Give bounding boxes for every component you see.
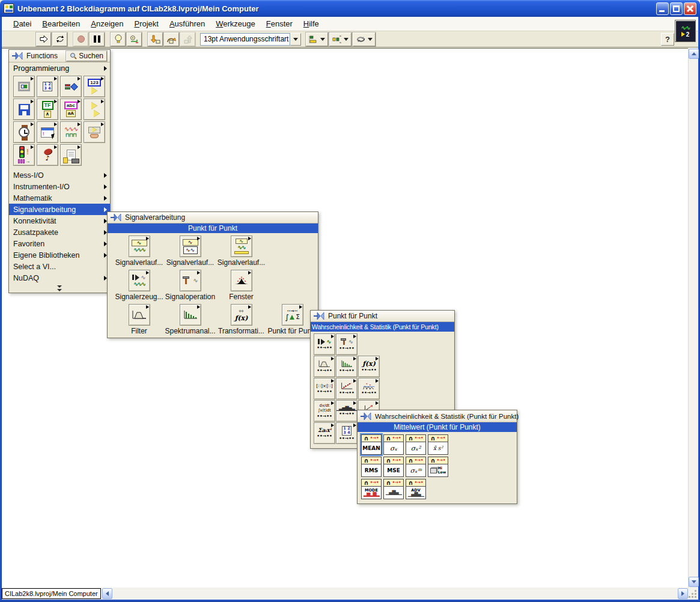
category-favoriten[interactable]: Favoriten (9, 238, 110, 249)
category-mathematik[interactable]: Mathematik (9, 192, 110, 204)
palette-icon-signal-generation[interactable]: ∿∿∿∿ (129, 270, 150, 291)
palette-icon-waveform[interactable]: ∿∿∿⊓⊓⊓ (60, 121, 82, 143)
palette-icon-string[interactable]: abcaA (60, 99, 82, 120)
palette-icon-point-by-point[interactable]: ··→··∫Σ (282, 304, 303, 326)
highlight-execution-button[interactable] (111, 32, 126, 46)
selected-subpalette-bar[interactable]: Mittelwert (Punkt für Punkt) (358, 422, 517, 432)
minimize-button[interactable] (656, 2, 669, 15)
scroll-right-button[interactable] (678, 588, 688, 599)
category-nudaq[interactable]: NuDAQ (9, 272, 110, 284)
category-eigene-bibliotheken[interactable]: Eigene Bibliotheken (9, 249, 110, 261)
abort-execution-button[interactable] (73, 32, 88, 46)
palette-icon-structures[interactable] (13, 76, 35, 97)
vi-sigma-x-squared[interactable]: ∩•→•σₓ² (406, 434, 426, 455)
vi-histogram[interactable]: ∩•→•▁▄▇▄▁ (383, 479, 404, 499)
run-continuously-button[interactable] (52, 32, 67, 46)
signalverarbeitung-palette-header[interactable]: Signalverarbeitung (108, 212, 318, 223)
scroll-up-button[interactable] (689, 49, 699, 59)
expand-palette-chevron[interactable] (9, 284, 110, 293)
vi-adv[interactable]: ∩•→•ADV▁▄▇▄▁ (406, 479, 426, 499)
palette-icon-waveform-measurements[interactable]: ∿∿∿ (231, 236, 252, 257)
distribute-objects-dropdown[interactable] (329, 32, 352, 46)
category-mess-io[interactable]: Mess-I/O (9, 169, 110, 181)
scroll-left-button[interactable] (102, 588, 112, 599)
palette-icon-array[interactable]: 1 23 4 (37, 76, 58, 97)
align-objects-dropdown[interactable] (306, 32, 328, 46)
scroll-down-button[interactable] (689, 577, 699, 587)
pause-button[interactable] (90, 32, 105, 46)
vi-sigma-x[interactable]: ∩•→•σₓ (383, 434, 404, 455)
menu-bearbeiten[interactable]: Bearbeiten (37, 17, 85, 30)
close-button[interactable] (684, 2, 696, 15)
palette-icon-signal-generation-ptbypt[interactable]: ∿••→•• (314, 333, 335, 355)
category-instrumenten-io[interactable]: Instrumenten-I/O (9, 181, 110, 192)
retain-wire-values-button[interactable] (127, 32, 142, 46)
palette-icon-signal-operation[interactable]: ∿ (180, 270, 201, 291)
palette-icon-waveform-generation[interactable]: ∿∿∿∿ (129, 236, 150, 257)
palette-icon-boolean[interactable]: TF∧ (37, 99, 58, 120)
pin-icon[interactable] (12, 52, 23, 59)
category-programmierung[interactable]: Programmierung (9, 62, 110, 74)
vi-hi-low[interactable]: ∩•→•HiLow (428, 457, 448, 477)
palette-icon-polynomial-ptbypt[interactable]: Σaᵢxⁱ••→•• (314, 422, 335, 444)
menu-anzeigen[interactable]: Anzeigen (85, 17, 129, 30)
selected-subpalette-bar[interactable]: Punkt für Punkt (108, 223, 318, 233)
menu-datei[interactable]: Datei (8, 17, 37, 30)
statistik-palette-header[interactable]: Wahrscheinlichkeit & Statistik (Punkt fü… (358, 410, 517, 422)
palette-icon-spectral-analysis-ptbypt[interactable]: ••→•• (336, 356, 358, 377)
vi-sigma-x-m[interactable]: ∩•→•σₓᵐ (406, 457, 426, 477)
step-into-button[interactable] (148, 32, 163, 46)
vi-icon[interactable]: ∿∿ 2 (675, 20, 696, 42)
menu-ausfuehren[interactable]: Ausführen (164, 17, 210, 30)
resize-grip[interactable] (688, 588, 698, 600)
palette-icon-spectral-analysis[interactable] (180, 304, 201, 326)
palette-icon-array-functions-ptbypt[interactable]: 1 23 4••→•• (336, 422, 358, 444)
font-selector-dropdown[interactable] (290, 33, 301, 46)
category-signalverarbeitung[interactable]: Signalverarbeitung (9, 204, 110, 215)
menu-werkzeuge[interactable]: Werkzeuge (210, 17, 261, 30)
vi-mode[interactable]: ∩•→•MODE▂▆▂▇▂ (361, 479, 382, 499)
palette-icon-signal-operation-ptbypt[interactable]: ∿••→•• (336, 333, 358, 355)
palette-icon-transforms-ptbypt[interactable]: ƒ(x)••→•• (358, 356, 380, 377)
maximize-button[interactable] (670, 2, 683, 15)
reorder-objects-dropdown[interactable] (353, 32, 376, 46)
palette-icon-filters-ptbypt[interactable]: ••→•• (314, 356, 335, 377)
palette-icon-timing[interactable] (13, 121, 35, 143)
pin-icon[interactable] (111, 214, 122, 221)
titlebar[interactable]: Unbenannt 2 Blockdiagramm auf CILab2k8.l… (0, 0, 700, 17)
vi-rms[interactable]: ∩•→•RMS (361, 457, 382, 477)
selected-subpalette-bar[interactable]: Wahrscheinlichkeit & Statistik (Punkt fü… (311, 322, 454, 332)
palette-icon-cluster-class-variant[interactable] (60, 76, 82, 97)
functions-palette-header[interactable]: Functions Suchen (9, 50, 110, 62)
step-out-button[interactable] (180, 32, 195, 46)
palette-icon-windows[interactable] (231, 270, 252, 291)
palette-icon-comparison[interactable] (84, 99, 105, 120)
menu-projekt[interactable]: Projekt (129, 17, 163, 30)
category-select-a-vi[interactable]: Select a VI... (9, 261, 110, 272)
context-help-button[interactable]: ? (661, 33, 674, 46)
palette-icon-numeric[interactable]: 123 (84, 76, 105, 97)
palette-icon-dialog-user-interface[interactable]: ! (37, 121, 58, 143)
palette-icon-probability-statistics-ptbypt[interactable]: ▁▃▅▇▅▃▁••→•• (336, 400, 358, 422)
palette-icon-fitting-ptbypt[interactable]: ••→•• (336, 378, 358, 400)
palette-icon-linear-algebra-ptbypt[interactable]: [∷]×[∷]••→•• (314, 378, 335, 400)
font-selector[interactable]: 13pt Anwendungsschriftart (200, 33, 290, 46)
category-zusatzpakete[interactable]: Zusatzpakete (9, 227, 110, 238)
palette-icon-transforms[interactable]: ↔ƒ(x) (231, 304, 252, 326)
category-konnektivitaet[interactable]: Konnektivität (9, 215, 110, 227)
punkt-fuer-punkt-palette-header[interactable]: Punkt für Punkt (311, 311, 454, 322)
menu-hilfe[interactable]: Hilfe (298, 17, 324, 30)
palette-icon-waveform-conditioning[interactable]: ∿∿∿ (180, 236, 201, 257)
palette-icon-calculus-ptbypt[interactable]: dx/dt∫x(t)dt••→•• (314, 400, 335, 422)
search-button[interactable]: Suchen (66, 51, 107, 61)
pin-icon[interactable] (314, 312, 325, 320)
palette-icon-report-generation[interactable] (60, 144, 82, 166)
palette-icon-file-io[interactable] (13, 99, 35, 120)
run-button[interactable] (36, 32, 51, 46)
pin-icon[interactable] (361, 413, 372, 420)
palette-icon-application-control[interactable] (84, 121, 105, 143)
step-over-button[interactable] (164, 32, 179, 46)
vi-mse[interactable]: ∩•→•MSE (383, 457, 404, 477)
palette-icon-graphics-sound[interactable]: ♪ (37, 144, 58, 166)
vi-mean[interactable]: ∩•→•MEAN (361, 434, 382, 455)
